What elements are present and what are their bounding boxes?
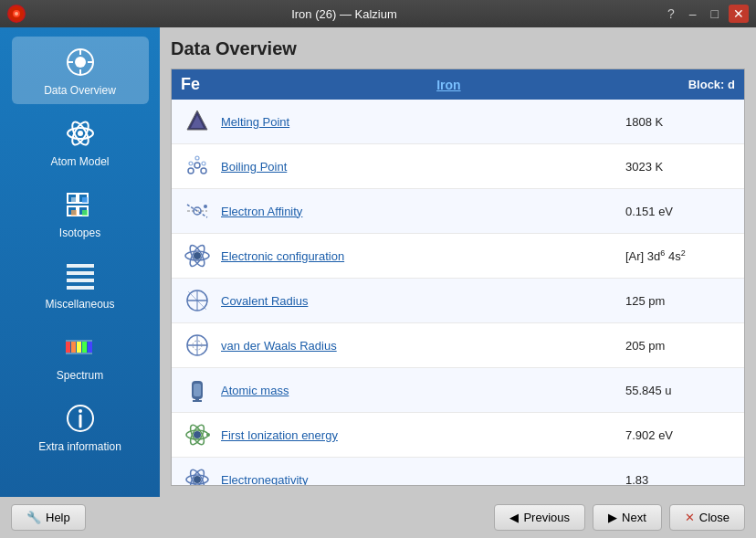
element-name[interactable]: Iron xyxy=(209,78,688,92)
sidebar-label-atom-model: Atom Model xyxy=(50,155,109,168)
atomic-mass-value: 55.845 u xyxy=(625,384,735,397)
svg-rect-29 xyxy=(88,342,92,353)
sidebar-item-extra-information[interactable]: Extra information xyxy=(12,393,149,460)
sidebar: Data Overview Atom Model xyxy=(0,27,160,497)
svg-point-41 xyxy=(202,162,205,165)
svg-point-37 xyxy=(188,168,194,174)
close-window-button[interactable]: ✕ xyxy=(729,5,749,23)
svg-point-42 xyxy=(195,156,199,160)
covalent-radius-icon xyxy=(181,284,214,317)
svg-rect-30 xyxy=(66,340,92,342)
help-icon: 🔧 xyxy=(26,511,41,524)
close-label: Close xyxy=(699,511,730,524)
data-overview-icon xyxy=(62,44,99,80)
svg-point-4 xyxy=(75,57,86,68)
help-button[interactable]: 🔧 Help xyxy=(11,504,86,531)
sidebar-label-data-overview: Data Overview xyxy=(44,84,116,97)
svg-rect-17 xyxy=(71,197,77,203)
sidebar-item-isotopes[interactable]: Isotopes xyxy=(12,179,149,247)
footer-left: 🔧 Help xyxy=(11,504,86,531)
element-block: Block: d xyxy=(688,78,735,91)
svg-point-47 xyxy=(194,252,201,259)
atom-model-icon xyxy=(62,115,99,152)
sidebar-item-data-overview[interactable]: Data Overview xyxy=(12,37,149,104)
isotopes-icon xyxy=(62,186,99,223)
minimize-button[interactable]: – xyxy=(685,5,701,23)
table-header: Fe Iron Block: d xyxy=(172,69,744,100)
svg-rect-31 xyxy=(66,353,92,354)
sidebar-label-spectrum: Spectrum xyxy=(57,369,103,382)
svg-rect-26 xyxy=(71,342,76,353)
element-symbol: Fe xyxy=(181,75,200,94)
titlebar-controls: ? – □ ✕ xyxy=(663,5,749,23)
help-titlebar-button[interactable]: ? xyxy=(663,5,679,23)
svg-rect-20 xyxy=(82,210,88,216)
svg-point-67 xyxy=(206,433,210,437)
row-electron-affinity: Electron Affinity 0.151 eV xyxy=(172,189,744,234)
close-button[interactable]: ✕ Close xyxy=(669,504,745,531)
next-arrow-icon: ▶ xyxy=(608,511,617,524)
content-area: Data Overview Fe Iron Block: d Melting P… xyxy=(160,27,756,497)
row-atomic-mass: Atomic mass 55.845 u xyxy=(172,368,744,413)
spectrum-icon xyxy=(62,329,99,365)
footer: 🔧 Help ◀ Previous ▶ Next ✕ Close xyxy=(0,497,756,538)
electronic-configuration-label[interactable]: Electronic configuration xyxy=(221,249,625,263)
svg-rect-24 xyxy=(67,286,94,290)
svg-rect-62 xyxy=(193,400,202,402)
electron-affinity-icon xyxy=(181,195,214,227)
electronic-configuration-value: [Ar] 3d6 4s2 xyxy=(625,248,735,263)
boiling-point-icon xyxy=(181,150,214,183)
svg-point-33 xyxy=(79,409,82,413)
help-label: Help xyxy=(46,511,70,524)
previous-arrow-icon: ◀ xyxy=(509,511,519,524)
titlebar-title: Iron (26) — Kalzium xyxy=(26,7,663,21)
row-covalent-radius: Covalent Radius 125 pm xyxy=(172,279,744,323)
app-logo xyxy=(7,5,26,23)
melting-point-icon xyxy=(181,105,214,138)
boiling-point-label[interactable]: Boiling Point xyxy=(221,160,625,174)
svg-rect-60 xyxy=(194,384,201,396)
van-der-waals-radius-value: 205 pm xyxy=(625,339,735,353)
sidebar-label-extra-information: Extra information xyxy=(38,440,121,453)
melting-point-label[interactable]: Melting Point xyxy=(221,115,625,129)
svg-point-39 xyxy=(201,168,206,174)
svg-point-68 xyxy=(194,476,201,483)
sidebar-label-isotopes: Isotopes xyxy=(59,227,100,239)
row-first-ionization-energy: First Ionization energy 7.902 eV xyxy=(172,413,744,458)
sidebar-item-atom-model[interactable]: Atom Model xyxy=(12,108,149,175)
electronegativity-icon xyxy=(181,463,214,486)
row-melting-point: Melting Point 1808 K xyxy=(172,100,744,144)
electronegativity-label[interactable]: Electronegativity xyxy=(221,473,625,487)
svg-point-2 xyxy=(15,12,18,16)
page-title: Data Overview xyxy=(171,38,745,59)
miscellaneous-icon xyxy=(62,258,99,294)
next-label: Next xyxy=(622,511,646,524)
svg-point-46 xyxy=(204,205,207,208)
electronic-configuration-icon xyxy=(181,239,214,272)
first-ionization-energy-label[interactable]: First Ionization energy xyxy=(221,428,625,442)
melting-point-value: 1808 K xyxy=(625,115,735,129)
svg-rect-18 xyxy=(82,197,88,203)
atomic-mass-label[interactable]: Atomic mass xyxy=(221,384,625,397)
van-der-waals-radius-label[interactable]: van der Waals Radius xyxy=(221,339,625,353)
covalent-radius-label[interactable]: Covalent Radius xyxy=(221,294,625,308)
next-button[interactable]: ▶ Next xyxy=(593,504,662,531)
sidebar-item-miscellaneous[interactable]: Miscellaneous xyxy=(12,250,149,318)
footer-right: ◀ Previous ▶ Next ✕ Close xyxy=(494,504,745,531)
close-icon: ✕ xyxy=(685,511,695,524)
sidebar-item-spectrum[interactable]: Spectrum xyxy=(12,322,149,389)
svg-point-38 xyxy=(194,163,200,168)
previous-label: Previous xyxy=(523,511,570,524)
electronegativity-value: 1.83 xyxy=(625,473,735,487)
previous-button[interactable]: ◀ Previous xyxy=(494,504,585,531)
electron-affinity-value: 0.151 eV xyxy=(625,205,735,218)
electron-affinity-label[interactable]: Electron Affinity xyxy=(221,205,625,218)
svg-point-12 xyxy=(78,131,83,136)
row-van-der-waals-radius: van der Waals Radius 205 pm xyxy=(172,323,744,368)
van-der-waals-radius-icon xyxy=(181,329,214,362)
maximize-button[interactable]: □ xyxy=(707,5,723,23)
first-ionization-energy-value: 7.902 eV xyxy=(625,428,735,442)
main-container: Data Overview Atom Model xyxy=(0,27,756,497)
sidebar-label-miscellaneous: Miscellaneous xyxy=(45,298,114,311)
extra-information-icon xyxy=(62,400,99,437)
